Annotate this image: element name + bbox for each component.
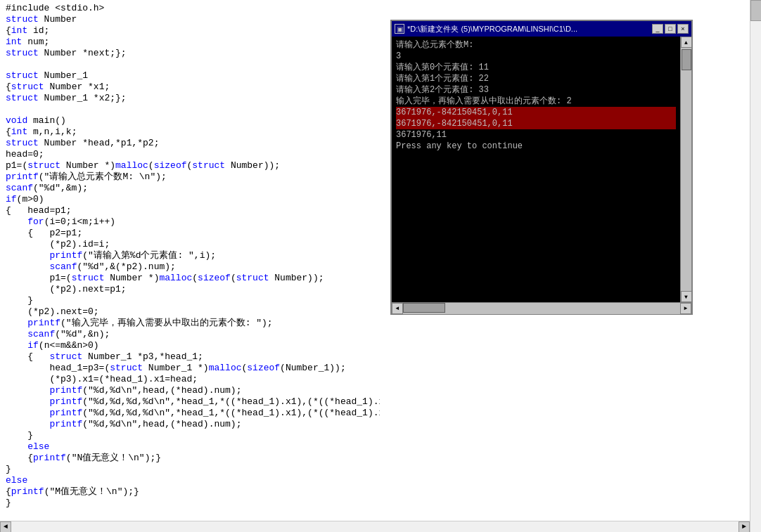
code-line-28: (*p2).next=0; [6,306,374,318]
cmd-line-0: 请输入总元素个数M: [396,39,676,51]
cmd-scroll-hthumb[interactable] [403,303,445,313]
cmd-line-5: 输入完毕，再输入需要从中取出的元素个数: 2 [396,96,676,107]
code-line-14: head=0; [6,149,374,160]
code-line-3: {int id; [6,25,374,37]
code-line-45: } [6,498,374,509]
code-line-34: (*p3).x1=(*head_1).x1=head; [6,374,374,385]
cmd-icon: ▣ [395,24,404,34]
cmd-line-9: Press any key to continue [396,141,676,152]
code-line-20: for(i=0;i<m;i++) [6,216,374,228]
cmd-line-8: 3671976,11 [396,129,676,141]
editor-scrollbar-horizontal[interactable]: ◄ ► [0,521,750,532]
cmd-line-3: 请输入第1个元素值: 22 [396,73,676,84]
editor-scrollbar-vertical[interactable] [750,0,761,532]
cmd-line-6: 3671976,-842150451,0,11 [396,107,676,118]
cmd-minimize-btn[interactable]: _ [652,24,663,34]
code-line-35: printf("%d,%d\n",head,(*head).num); [6,385,374,396]
code-line-18: if(m>0) [6,194,374,205]
code-line-30: scanf("%d",&n); [6,329,374,340]
cmd-scroll-up[interactable]: ▲ [681,37,692,48]
cmd-window: ▣ *D:\新建文件夹 (5)\MYPROGRAM\LINSHI\C1\D...… [390,20,693,315]
code-line-42: } [6,464,374,475]
code-line-33: head_1=p3=(struct Number_1 *)malloc(size… [6,363,374,374]
cmd-titlebar: ▣ *D:\新建文件夹 (5)\MYPROGRAM\LINSHI\C1\D...… [392,21,691,37]
cmd-line-2: 请输入第0个元素值: 11 [396,62,676,73]
code-line-19: { head=p1; [6,205,374,216]
code-line-26: (*p2).next=p1; [6,284,374,295]
scroll-right-btn[interactable]: ► [738,521,750,533]
cmd-scroll-left[interactable]: ◄ [392,303,403,314]
cmd-output: 请输入总元素个数M:3请输入第0个元素值: 11请输入第1个元素值: 22请输入… [392,37,680,302]
code-line-13: struct Number *head,*p1,*p2; [6,138,374,149]
cmd-icon-symbol: ▣ [397,25,403,33]
code-line-29: printf("输入完毕，再输入需要从中取出的元素个数: "); [6,318,374,329]
code-line-36: printf("%d,%d,%d,%d\n",*head_1,*((*head_… [6,396,374,408]
code-line-15: p1=(struct Number *)malloc(sizeof(struct… [6,160,374,171]
code-line-17: scanf("%d",&m); [6,183,374,194]
editor-scrollbar-thumb[interactable] [750,0,761,21]
code-line-12: {int m,n,i,k; [6,126,374,138]
code-line-1: #include <stdio.h> [6,3,374,14]
cmd-line-4: 请输入第2个元素值: 33 [396,84,676,96]
editor-area: #include <stdio.h>struct Number{int id;i… [0,0,761,532]
code-editor: #include <stdio.h>struct Number{int id;i… [0,0,380,532]
cmd-scroll-right[interactable]: ► [680,303,691,314]
cmd-window-buttons: _ □ × [652,24,689,34]
code-line-37: printf("%d,%d,%d,%d\n",*head_1,*((*head_… [6,408,374,419]
cmd-body: 请输入总元素个数M:3请输入第0个元素值: 11请输入第1个元素值: 22请输入… [392,37,691,302]
scroll-track[interactable] [11,521,738,533]
cmd-close-btn[interactable]: × [677,24,689,34]
cmd-scrollbar-horizontal[interactable]: ◄ ► [392,302,691,313]
code-line-22: (*p2).id=i; [6,239,374,250]
code-line-43: else [6,475,374,486]
code-line-31: if(n<=m&&n>0) [6,340,374,351]
cmd-line-7: 3671976,-842150451,0,11 [396,118,676,129]
code-line-38: printf("%d,%d\n",head,(*head).num); [6,419,374,430]
code-line-8: {struct Number *x1; [6,82,374,93]
code-line-16: printf("请输入总元素个数M: \n"); [6,171,374,183]
cmd-scroll-track[interactable] [403,303,680,314]
code-line-5: struct Number *next;}; [6,48,374,59]
cmd-scrollbar-vertical[interactable]: ▲ ▼ [680,37,691,302]
code-line-7: struct Number_1 [6,70,374,82]
code-line-23: printf("请输入第%d个元素值: ",i); [6,250,374,261]
cmd-scroll-thumb[interactable] [682,49,691,70]
cmd-maximize-btn[interactable]: □ [665,24,676,34]
cmd-scroll-down[interactable]: ▼ [681,291,692,302]
code-line-21: { p2=p1; [6,228,374,239]
code-line-40: else [6,441,374,453]
code-line-4: int num; [6,37,374,48]
code-line-39: } [6,430,374,441]
code-line-6 [6,59,374,70]
code-line-32: { struct Number_1 *p3,*head_1; [6,351,374,363]
scroll-left-btn[interactable]: ◄ [0,521,11,533]
code-line-44: {printf("M值无意义！\n");} [6,486,374,498]
code-line-9: struct Number_1 *x2;}; [6,93,374,104]
code-line-11: void main() [6,115,374,126]
code-line-2: struct Number [6,14,374,25]
code-line-41: {printf("N值无意义！\n");} [6,453,374,464]
code-line-25: p1=(struct Number *)malloc(sizeof(struct… [6,273,374,284]
code-line-27: } [6,295,374,306]
code-line-10 [6,104,374,115]
code-line-24: scanf("%d",&(*p2).num); [6,261,374,273]
cmd-title: *D:\新建文件夹 (5)\MYPROGRAM\LINSHI\C1\D... [407,24,652,34]
cmd-line-1: 3 [396,51,676,62]
